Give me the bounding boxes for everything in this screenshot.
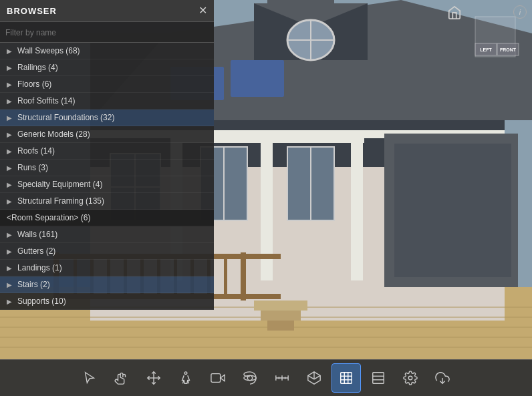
svg-point-60 [244, 375, 256, 380]
item-label: Runs (3) [17, 163, 48, 172]
home-button[interactable] [447, 5, 462, 23]
svg-rect-26 [394, 144, 511, 277]
settings-tool-button[interactable] [396, 363, 425, 393]
expand-arrow: ▶ [7, 231, 12, 238]
list-item-stairs[interactable]: ▶ Stairs (2) [0, 276, 214, 293]
expand-arrow: ▶ [7, 164, 12, 172]
svg-rect-40 [241, 252, 246, 301]
expand-arrow: ▶ [7, 81, 12, 88]
svg-rect-12 [231, 60, 284, 97]
svg-rect-16 [351, 134, 363, 280]
svg-rect-69 [373, 373, 384, 384]
browser-close-button[interactable]: ✕ [198, 5, 207, 16]
svg-rect-39 [224, 257, 227, 296]
list-item-landings[interactable]: ▶ Landings (1) [0, 260, 214, 276]
list-item-structural-framing[interactable]: ▶ Structural Framing (135) [0, 193, 214, 210]
browser-list: ▶ Wall Sweeps (68) ▶ Railings (4) ▶ Floo… [0, 43, 214, 310]
move-tool-button[interactable] [139, 363, 168, 393]
list-item-runs[interactable]: ▶ Runs (3) [0, 160, 214, 176]
list-item-structural-foundations[interactable]: ▶ Structural Foundations (32) [0, 110, 214, 126]
item-label: Gutters (2) [17, 246, 55, 256]
svg-text:FRONT: FRONT [500, 47, 517, 52]
section-box-tool-button[interactable] [331, 363, 361, 393]
item-label: Wall Sweeps (68) [17, 46, 80, 55]
expand-arrow: ▶ [7, 131, 12, 138]
svg-marker-57 [221, 375, 225, 381]
svg-point-56 [184, 372, 187, 375]
info-button[interactable]: i [513, 5, 527, 19]
list-item-roof-soffits[interactable]: ▶ Roof Soffits (14) [0, 93, 214, 110]
item-label: Walls (161) [17, 230, 57, 239]
item-label: Structural Foundations (32) [17, 113, 114, 122]
walk-tool-button[interactable] [171, 363, 201, 393]
select-tool-button[interactable] [75, 363, 104, 393]
item-label: Specialty Equipment (4) [17, 180, 102, 189]
box-tool-button[interactable] [299, 363, 329, 393]
pan-tool-button[interactable] [107, 363, 136, 393]
list-item-wall-sweeps[interactable]: ▶ Wall Sweeps (68) [0, 43, 214, 59]
expand-arrow: ▶ [7, 148, 12, 155]
expand-arrow: ▶ [7, 298, 12, 305]
item-label: Floors (6) [17, 79, 51, 89]
expand-arrow: ▶ [7, 114, 12, 122]
svg-rect-48 [267, 321, 294, 331]
expand-arrow: ▶ [7, 264, 12, 272]
browser-search-area [0, 22, 214, 43]
list-item-walls[interactable]: ▶ Walls (161) [0, 226, 214, 243]
list-item-generic-models[interactable]: ▶ Generic Models (28) [0, 126, 214, 143]
item-label: Roof Soffits (14) [17, 96, 75, 106]
list-item-supports[interactable]: ▶ Supports (10) [0, 293, 214, 310]
svg-line-63 [314, 375, 320, 379]
svg-rect-64 [341, 373, 352, 384]
orbit-tool-button[interactable] [235, 363, 265, 393]
item-label: Railings (4) [17, 63, 58, 72]
svg-rect-58 [211, 374, 221, 383]
svg-rect-47 [261, 311, 301, 321]
browser-panel: BROWSER ✕ ▶ Wall Sweeps (68) ▶ Railings … [0, 0, 214, 310]
svg-rect-46 [254, 301, 307, 311]
list-item-specialty-equipment[interactable]: ▶ Specialty Equipment (4) [0, 176, 214, 193]
list-item-floors[interactable]: ▶ Floors (6) [0, 76, 214, 93]
item-label: Landings (1) [17, 263, 62, 272]
measure-tool-button[interactable] [267, 363, 297, 393]
browser-search-input[interactable] [5, 28, 209, 37]
svg-point-72 [408, 376, 412, 380]
item-label: Roofs (14) [17, 146, 55, 156]
expand-arrow: ▶ [7, 47, 12, 55]
toolbar [0, 359, 532, 396]
item-label: Stairs (2) [17, 280, 50, 289]
item-label: Generic Models (28) [17, 130, 90, 139]
expand-arrow: ▶ [7, 248, 12, 255]
browser-title: BROWSER [7, 6, 57, 16]
export-tool-button[interactable] [428, 363, 457, 393]
expand-arrow: ▶ [7, 181, 12, 188]
expand-arrow: ▶ [7, 97, 12, 105]
browser-header: BROWSER ✕ [0, 0, 214, 22]
svg-text:LEFT: LEFT [480, 47, 492, 52]
item-label: Structural Framing (135) [17, 196, 104, 206]
svg-line-62 [308, 375, 314, 379]
expand-arrow: ▶ [7, 281, 12, 288]
camera-tool-button[interactable] [203, 363, 233, 393]
plan-tool-button[interactable] [364, 363, 393, 393]
expand-arrow: ▶ [7, 198, 12, 205]
list-item-gutters[interactable]: ▶ Gutters (2) [0, 243, 214, 260]
room-separation-header: <Room Separation> (6) [0, 210, 214, 226]
item-label: Supports (10) [17, 296, 66, 306]
list-item-roofs[interactable]: ▶ Roofs (14) [0, 143, 214, 160]
list-item-railings[interactable]: ▶ Railings (4) [0, 59, 214, 76]
expand-arrow: ▶ [7, 64, 12, 71]
